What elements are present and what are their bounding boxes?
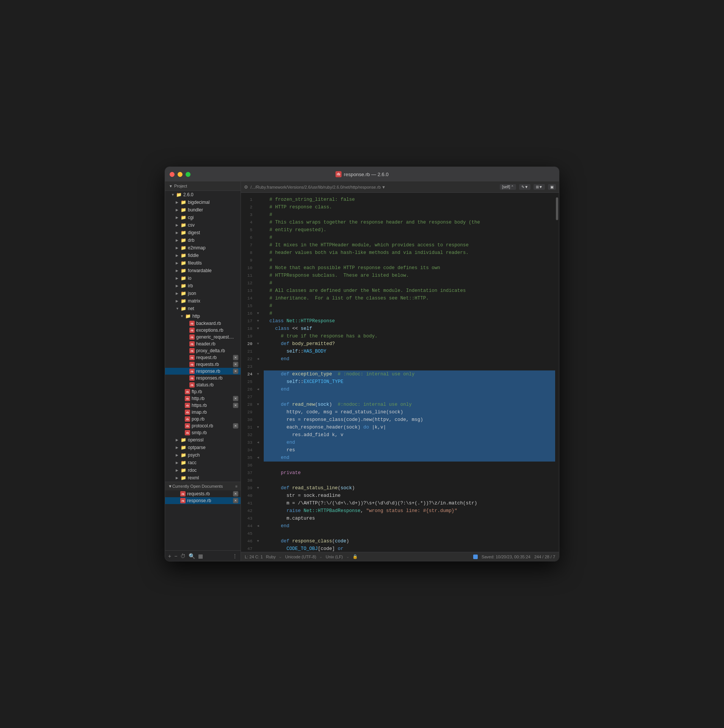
- tree-item-csv[interactable]: ▶ 📁 csv: [165, 221, 241, 229]
- position-indicator[interactable]: L: 24 C: 1: [245, 555, 263, 559]
- tree-item-e2mmap[interactable]: ▶ 📁 e2mmap: [165, 244, 241, 252]
- tree-item-backward-rb[interactable]: rb backward.rb: [165, 320, 241, 327]
- tree-item-bundler[interactable]: ▶ 📁 bundler: [165, 206, 241, 214]
- tree-item-forwardable[interactable]: ▶ 📁 forwardable: [165, 267, 241, 274]
- tree-item-fileutils[interactable]: ▶ 📁 fileutils: [165, 259, 241, 267]
- tree-item-irb[interactable]: ▶ 📁 irb: [165, 282, 241, 290]
- layout-button[interactable]: ▦: [198, 553, 203, 559]
- scope-button[interactable]: [self] ⌃: [500, 184, 516, 190]
- fold-41: [255, 500, 261, 507]
- folder-icon: 📁: [180, 444, 186, 451]
- tree-item-proxy-delta-rb[interactable]: rb proxy_delta.rb: [165, 347, 241, 354]
- open-doc-requests-rb[interactable]: rb requests.rb ✕: [165, 490, 241, 497]
- search-button[interactable]: 🔍: [189, 553, 195, 559]
- titlebar: rb response.rb — 2.6.0: [165, 167, 559, 181]
- tree-item-bigdecimal[interactable]: ▶ 📁 bigdecimal: [165, 199, 241, 206]
- layout-button[interactable]: ⊞▼: [534, 184, 545, 190]
- tree-item-openssl[interactable]: ▶ 📁 openssl: [165, 436, 241, 444]
- tree-item-rdoc[interactable]: ▶ 📁 rdoc: [165, 466, 241, 474]
- fold-24[interactable]: ▼: [255, 370, 261, 378]
- code-line-27: [264, 393, 555, 401]
- close-file-button[interactable]: ✕: [233, 369, 238, 374]
- tree-item-rexml[interactable]: ▶ 📁 rexml: [165, 474, 241, 482]
- tree-item-header-rb[interactable]: rb header.rb: [165, 340, 241, 347]
- open-docs-menu-icon[interactable]: ≡: [235, 484, 238, 488]
- fold-20[interactable]: ▼: [255, 340, 261, 348]
- vertical-scrollbar[interactable]: [555, 193, 559, 552]
- maximize-button[interactable]: [186, 172, 190, 177]
- tree-item-http[interactable]: ▼ 📁 http: [165, 312, 241, 320]
- close-file-button[interactable]: ✕: [233, 403, 238, 408]
- fold-28[interactable]: ▼: [255, 401, 261, 408]
- scope-chevron-icon: ⌃: [511, 185, 514, 189]
- code-content[interactable]: # frozen_string_literal: false # HTTP re…: [261, 193, 555, 552]
- lock-icon[interactable]: 🔒: [353, 554, 358, 559]
- fold-35[interactable]: ◀: [255, 454, 261, 462]
- line-num-44: 44: [241, 522, 255, 530]
- line-num-1: 1: [241, 196, 255, 203]
- fold-39[interactable]: ▼: [255, 484, 261, 492]
- language-selector[interactable]: Ruby: [266, 555, 276, 559]
- tree-item-json[interactable]: ▶ 📁 json: [165, 290, 241, 297]
- tree-item-exceptions-rb[interactable]: rb exceptions.rb: [165, 327, 241, 334]
- tree-item-matrix[interactable]: ▶ 📁 matrix: [165, 297, 241, 305]
- resize-handle[interactable]: ⋮: [232, 553, 238, 559]
- tree-item-psych[interactable]: ▶ 📁 psych: [165, 451, 241, 459]
- close-open-doc-button[interactable]: ✕: [233, 491, 238, 496]
- tree-item-protocol-rb[interactable]: rb protocol.rb ✕: [165, 422, 241, 429]
- close-file-button[interactable]: ✕: [233, 355, 238, 360]
- tree-item-response-rb[interactable]: rb response.rb ✕: [165, 368, 241, 375]
- tree-item-requests-rb[interactable]: rb requests.rb ✕: [165, 361, 241, 368]
- fold-22[interactable]: ◀: [255, 355, 261, 363]
- minus-button[interactable]: −: [174, 553, 177, 559]
- tree-item-racc[interactable]: ▶ 📁 racc: [165, 459, 241, 466]
- fold-44[interactable]: ◀: [255, 522, 261, 530]
- sidebar-header[interactable]: ▼ Project: [165, 181, 241, 191]
- breadcrumb-dropdown-icon[interactable]: ▼: [381, 185, 386, 189]
- tree-item-digest[interactable]: ▶ 📁 digest: [165, 229, 241, 236]
- fold-26[interactable]: ◀: [255, 386, 261, 393]
- tree-item-imap-rb[interactable]: rb imap.rb: [165, 409, 241, 416]
- gear-icon[interactable]: ⚙: [244, 184, 248, 190]
- close-button[interactable]: [170, 172, 175, 177]
- fold-18[interactable]: ▼: [255, 325, 261, 332]
- tree-item-drb[interactable]: ▶ 📁 drb: [165, 236, 241, 244]
- tree-item-fiddle[interactable]: ▶ 📁 fiddle: [165, 252, 241, 259]
- tree-item-https-rb[interactable]: rb https.rb ✕: [165, 402, 241, 409]
- fold-16[interactable]: ▼: [255, 310, 261, 317]
- fold-17[interactable]: ▼: [255, 317, 261, 325]
- tree-item-http-rb[interactable]: rb http.rb ✕: [165, 395, 241, 402]
- code-editor[interactable]: 1 2 3 4 5 6 7 8 9 10 11 12 13 14 15 16 1: [241, 193, 559, 552]
- tree-item-generic-request-rb[interactable]: rb generic_request....: [165, 334, 241, 340]
- open-doc-response-rb[interactable]: rb response.rb ✕: [165, 497, 241, 504]
- tree-item-request-rb[interactable]: rb request.rb ✕: [165, 354, 241, 361]
- close-open-doc-button[interactable]: ✕: [233, 498, 238, 503]
- open-docs-header[interactable]: ▼ Currently Open Documents ≡: [165, 482, 241, 490]
- tree-item-cgi[interactable]: ▶ 📁 cgi: [165, 214, 241, 221]
- close-file-button[interactable]: ✕: [233, 362, 238, 367]
- tree-item-optparse[interactable]: ▶ 📁 optparse: [165, 444, 241, 451]
- sidebar-tree[interactable]: ▼ 📁 2.6.0 ▶ 📁 bigdecimal ▶ 📁 bundler ▶: [165, 191, 241, 550]
- minimize-button[interactable]: [178, 172, 183, 177]
- tree-item-root[interactable]: ▼ 📁 2.6.0: [165, 191, 241, 199]
- tree-item-pop-rb[interactable]: rb pop.rb: [165, 416, 241, 422]
- tree-item-status-rb[interactable]: rb status.rb: [165, 381, 241, 388]
- add-button[interactable]: +: [168, 553, 171, 559]
- close-file-button[interactable]: ✕: [233, 423, 238, 429]
- tree-item-io[interactable]: ▶ 📁 io: [165, 274, 241, 282]
- tree-item-smtp-rb[interactable]: rb smtp.rb: [165, 429, 241, 436]
- fold-46[interactable]: ▼: [255, 537, 261, 545]
- tree-item-ftp-rb[interactable]: rb ftp.rb: [165, 388, 241, 395]
- tree-item-responses-rb[interactable]: rb responses.rb: [165, 375, 241, 381]
- encoding-selector[interactable]: Unicode (UTF-8): [285, 555, 316, 559]
- line-ending-selector[interactable]: Unix (LF): [326, 555, 343, 559]
- rb-file-icon: rb: [189, 348, 195, 353]
- tree-item-net[interactable]: ▼ 📁 net: [165, 305, 241, 312]
- scrollbar-thumb[interactable]: [556, 197, 558, 220]
- minimap-button[interactable]: ▣: [548, 184, 556, 190]
- fold-33[interactable]: ◀: [255, 439, 261, 446]
- pen-button[interactable]: ✎▼: [519, 184, 530, 190]
- history-button[interactable]: ⏱: [180, 553, 186, 559]
- close-file-button[interactable]: ✕: [233, 396, 238, 401]
- fold-31[interactable]: ▼: [255, 424, 261, 431]
